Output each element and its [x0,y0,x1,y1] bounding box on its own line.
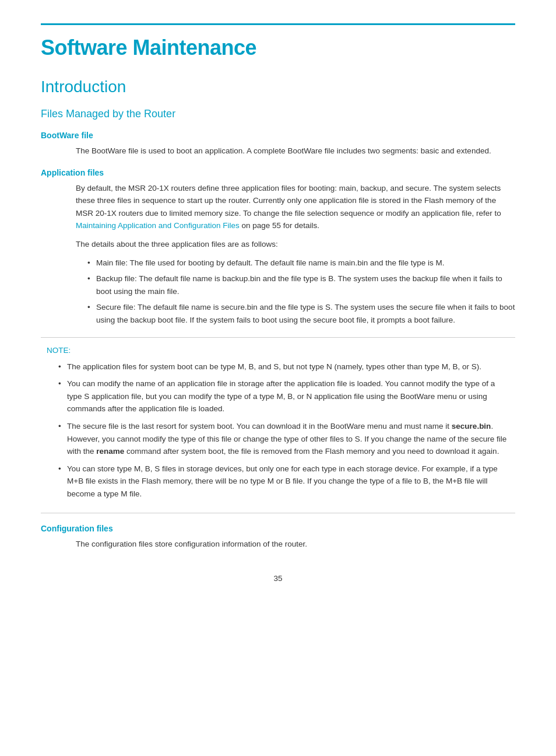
note-item3-bold1: secure.bin [452,422,491,430]
app-para1-text2: on page 55 for details. [240,221,319,230]
application-files-heading: Application files [41,168,515,177]
bootware-section: BootWare file The BootWare file is used … [41,131,515,158]
note-item-4: You can store type M, B, S files in stor… [58,463,509,501]
bootware-text: The BootWare file is used to boot an app… [41,145,515,158]
page-header: Software Maintenance [41,23,515,60]
application-files-para1: By default, the MSR 20-1X routers define… [41,182,515,232]
application-files-para2: The details about the three application … [41,238,515,251]
note-item-1: The application files for system boot ca… [58,360,509,373]
note-item3-bold2: rename [96,447,124,456]
page-number: 35 [41,574,515,583]
note-item-2: You can modify the name of an applicatio… [58,377,509,415]
config-files-section: Configuration files The configuration fi… [41,524,515,551]
application-files-section: Application files By default, the MSR 20… [41,168,515,327]
bullet-backup: Backup file: The default file name is ba… [87,272,515,298]
note-item-3: The secure file is the last resort for s… [58,420,509,458]
config-files-heading: Configuration files [41,524,515,533]
note-label: NOTE: [47,346,509,355]
config-files-text: The configuration files store configurat… [41,538,515,551]
page-title: Software Maintenance [41,36,515,60]
bootware-heading: BootWare file [41,131,515,140]
app-para1-text1: By default, the MSR 20-1X routers define… [76,184,501,218]
app-para1-link[interactable]: Maintaining Application and Configuratio… [76,221,240,230]
files-managed-heading: Files Managed by the Router [41,108,515,120]
note-box: NOTE: The application files for system b… [41,337,515,514]
bullet-secure: Secure file: The default file name is se… [87,301,515,326]
introduction-heading: Introduction [41,78,515,96]
note-list: The application files for system boot ca… [47,360,509,501]
bullet-main: Main file: The file used for booting by … [87,257,515,270]
application-files-bullets: Main file: The file used for booting by … [41,257,515,327]
